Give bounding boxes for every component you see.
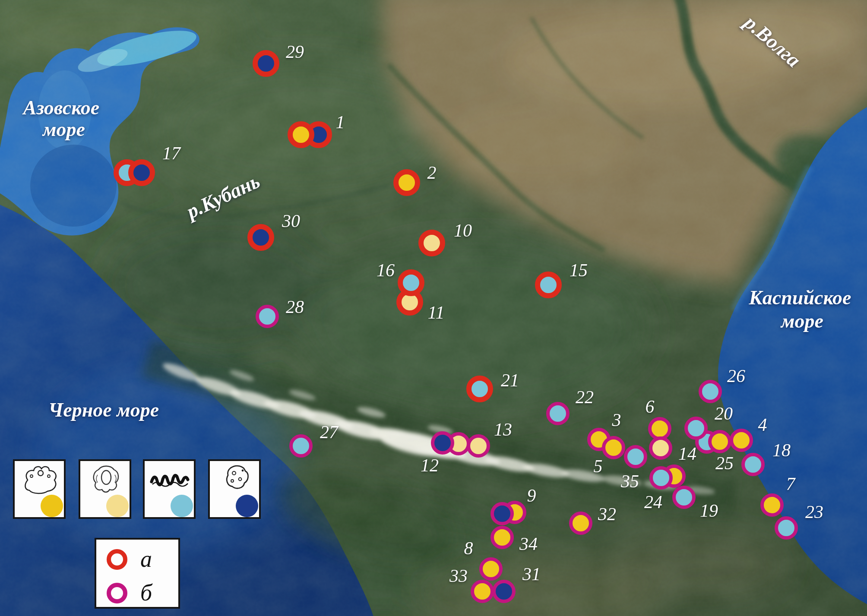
site-27-marker-blue[interactable] [289, 434, 313, 458]
legend-circle-light-blue [171, 495, 193, 517]
site-4-marker-gold[interactable] [730, 429, 753, 452]
site-28-marker-blue[interactable] [256, 305, 279, 328]
site-12-number-label: 12 [421, 456, 439, 474]
legend-ring-a [107, 549, 127, 570]
site-14-number-label: 14 [678, 445, 696, 463]
site-22-number-label: 22 [576, 388, 594, 406]
site-24-marker-blue[interactable] [649, 466, 673, 490]
site-10-marker-pale[interactable] [418, 230, 445, 256]
site-33-number-label: 33 [449, 567, 468, 585]
site-30-number-label: 30 [282, 212, 300, 230]
site-26-number-label: 26 [727, 367, 745, 385]
site-17-marker-navy[interactable] [128, 159, 155, 186]
molar-tooth-sketch [17, 463, 64, 495]
site-5-number-label: 5 [594, 457, 603, 475]
site-25-marker-gold[interactable] [708, 430, 731, 453]
site-32-number-label: 32 [598, 505, 616, 523]
site-9-number-label: 9 [527, 486, 536, 505]
site-16-number-label: 16 [377, 261, 395, 279]
tooth-row-sketch [147, 463, 194, 495]
site-2-marker-gold[interactable] [393, 169, 420, 196]
site-19-marker-blue[interactable] [672, 486, 696, 509]
site-10-number-label: 10 [454, 221, 472, 240]
site-1-marker-gold[interactable] [288, 121, 314, 148]
site-32-marker-gold[interactable] [569, 512, 592, 535]
site-28-number-label: 28 [286, 298, 304, 316]
site-2-number-label: 2 [427, 164, 437, 182]
site-34-marker-gold[interactable] [490, 526, 514, 549]
legend-ring-a-label: а [140, 547, 152, 571]
site-7-marker-gold[interactable] [760, 493, 784, 517]
site-13-marker-pale[interactable] [467, 434, 490, 458]
site-13-number-label: 13 [494, 420, 512, 439]
legend-circle-pale-yellow [106, 495, 129, 517]
site-7-number-label: 7 [786, 475, 795, 493]
site-16-marker-blue[interactable] [398, 269, 424, 296]
site-31-marker-navy[interactable] [492, 580, 516, 603]
site-35-marker-blue[interactable] [624, 445, 647, 468]
site-14-marker-pale[interactable] [649, 436, 672, 460]
site-17-number-label: 17 [162, 144, 180, 162]
site-markers-layer: 2911723010111615212827221213353561424192… [0, 0, 867, 616]
site-29-marker-navy[interactable] [253, 50, 279, 77]
legend-circle-gold [41, 495, 63, 517]
site-15-number-label: 15 [570, 261, 588, 279]
site-5-marker-gold[interactable] [602, 436, 625, 459]
legend-box-gold [13, 459, 66, 519]
site-33-marker-gold[interactable] [471, 580, 494, 603]
site-27-number-label: 27 [320, 423, 338, 441]
site-24-number-label: 24 [644, 493, 662, 511]
site-26-marker-blue[interactable] [699, 380, 722, 403]
site-18-number-label: 18 [772, 441, 791, 459]
legend-box-pale-yellow [79, 459, 131, 519]
site-9-marker-navy[interactable] [490, 502, 514, 525]
site-31-number-label: 31 [522, 565, 541, 583]
legend-ring-box: а б [95, 538, 180, 609]
bone-fragment-sketch [212, 463, 259, 495]
site-20-number-label: 20 [715, 404, 733, 423]
site-1-number-label: 1 [336, 113, 345, 131]
site-19-number-label: 19 [700, 502, 718, 520]
site-3-number-label: 3 [612, 411, 621, 429]
site-8-marker-gold[interactable] [479, 557, 503, 581]
site-4-number-label: 4 [758, 416, 767, 434]
site-21-marker-blue[interactable] [466, 376, 493, 402]
site-23-number-label: 23 [805, 503, 823, 521]
site-8-number-label: 8 [464, 539, 473, 557]
site-21-number-label: 21 [501, 371, 519, 389]
vertebra-sketch [83, 463, 130, 495]
legend-ring-b-label: б [140, 581, 152, 604]
site-15-marker-blue[interactable] [535, 272, 562, 298]
site-25-number-label: 25 [715, 454, 734, 472]
caucasus-sites-map: Азовскоеморер.Кубаньр.ВолгаЧерное мореКа… [0, 0, 867, 616]
site-29-number-label: 29 [286, 43, 304, 61]
legend-ring-b [107, 583, 127, 603]
site-20-marker-blue[interactable] [684, 417, 708, 440]
site-6-number-label: 6 [646, 398, 655, 416]
site-23-marker-blue[interactable] [775, 516, 798, 540]
site-18-marker-blue[interactable] [741, 453, 765, 476]
site-35-number-label: 35 [621, 472, 639, 490]
site-30-marker-navy[interactable] [247, 224, 274, 251]
site-11-number-label: 11 [428, 303, 445, 322]
legend-circle-navy [236, 495, 258, 517]
site-12-marker-navy[interactable] [431, 431, 454, 455]
site-22-marker-blue[interactable] [546, 402, 570, 425]
legend-box-light-blue [143, 459, 196, 519]
site-34-number-label: 34 [519, 535, 538, 553]
legend-box-navy [208, 459, 261, 519]
